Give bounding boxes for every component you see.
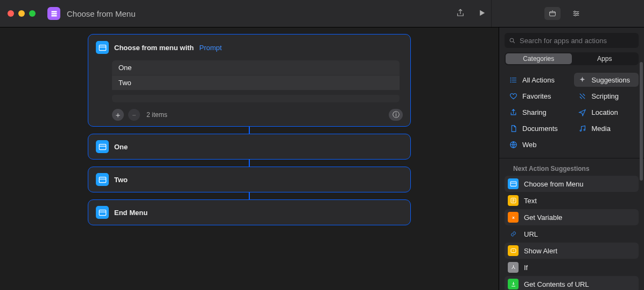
suggestion-label: Get Contents of URL [524,280,589,288]
settings-button[interactable] [568,7,584,20]
tab-apps[interactable]: Apps [572,53,638,64]
category-label: Sharing [522,108,547,116]
actions-sidebar: Search for apps and actions Categories A… [499,27,644,290]
suggestion-choose-from-menu[interactable]: Choose from Menu [505,176,639,192]
case-block-two[interactable]: Two [88,167,411,192]
suggestion-label: URL [524,230,538,238]
heart-icon [509,92,517,100]
category-sharing[interactable]: Sharing [505,105,570,119]
menu-icon [96,173,109,186]
sidebar-toolbar [491,0,636,27]
suggestion-label: Text [524,197,537,205]
category-favorites[interactable]: Favorites [505,89,570,103]
toolbar-right [456,8,487,19]
svg-point-11 [510,81,511,82]
svg-rect-7 [99,210,106,215]
svg-point-3 [575,15,576,16]
menu-icon [96,41,109,54]
svg-rect-6 [99,177,106,182]
svg-point-8 [510,38,514,42]
scrollbar-thumb[interactable] [640,62,643,181]
suggestion-get-contents-of-url[interactable]: Get Contents of URL [505,276,639,290]
svg-point-10 [510,79,511,80]
svg-point-1 [574,11,576,12]
suggestion-if[interactable]: If [505,259,639,275]
suggestions-header: Next Action Suggestions [499,158,644,176]
svg-rect-5 [99,144,106,149]
connector-line [249,127,250,134]
prompt-parameter[interactable]: Prompt [199,44,222,52]
info-button[interactable]: ⓘ [389,109,403,121]
search-input[interactable]: Search for apps and actions [505,33,639,48]
category-web[interactable]: Web [505,137,570,151]
suggestion-get-variable[interactable]: xGet Variable [505,209,639,225]
category-label: Documents [522,125,558,133]
titlebar: Choose from Menu [0,0,644,27]
case-block-one[interactable]: One [88,134,411,160]
suggestion-show-alert[interactable]: Show Alert [505,243,639,259]
suggestion-label: If [524,264,528,272]
x-icon: x [508,212,519,223]
category-label: Suggestions [592,76,631,84]
menu-item-row[interactable]: One [112,60,400,75]
case-label: Two [114,176,128,184]
suggestion-label: Get Variable [524,213,562,222]
zoom-window-button[interactable] [29,10,36,17]
category-location[interactable]: Location [574,105,639,119]
search-icon [509,37,516,44]
minimize-window-button[interactable] [18,10,25,17]
play-icon [477,8,487,18]
category-all-actions[interactable]: All Actions [505,73,570,87]
suggestion-url[interactable]: URL [505,226,639,242]
alert-icon [508,245,519,256]
menu-icon [96,206,109,219]
share-icon [509,108,517,116]
share-button[interactable] [456,8,465,19]
category-suggestions[interactable]: Suggestions [574,73,639,87]
suggestion-label: Choose from Menu [524,180,584,188]
svg-point-9 [510,77,511,78]
text-icon [508,195,519,206]
shortcut-app-icon [47,7,60,20]
action-title: Choose from menu with [114,44,194,52]
menu-icon [508,178,519,189]
category-grid: All ActionsSuggestionsFavoritesScripting… [499,71,644,158]
category-label: Scripting [592,92,619,100]
run-button[interactable] [477,8,487,19]
bolt-icon [578,92,587,100]
end-label: End Menu [114,209,148,217]
category-scripting[interactable]: Scripting [574,89,639,103]
remove-item-button[interactable]: － [128,109,140,121]
category-documents[interactable]: Documents [505,121,570,135]
add-item-button[interactable]: ＋ [112,109,124,121]
svg-rect-4 [99,45,106,50]
link-icon [508,229,519,239]
close-window-button[interactable] [8,10,14,17]
nav-icon [578,108,587,116]
window-title: Choose from Menu [67,9,451,18]
connector-line [249,160,250,167]
tab-categories[interactable]: Categories [506,53,572,64]
segmented-control: Categories Apps [505,52,639,65]
menu-item-row[interactable]: Two [112,75,400,91]
action-choose-from-menu[interactable]: Choose from menu with Prompt One Two ＋ －… [88,34,411,127]
music-icon [578,124,587,133]
end-menu-block[interactable]: End Menu [88,199,411,225]
svg-text:x: x [512,215,515,220]
share-icon [456,8,465,18]
menu-icon [96,140,109,153]
workflow-canvas[interactable]: Choose from menu with Prompt One Two ＋ －… [0,27,499,290]
branch-icon [508,262,519,273]
svg-rect-15 [510,182,516,187]
item-count: 2 items [146,111,167,119]
category-label: All Actions [522,76,555,84]
globe-icon [509,140,517,149]
category-media[interactable]: Media [574,121,639,135]
svg-point-2 [577,13,578,15]
search-placeholder: Search for apps and actions [520,37,607,45]
library-button[interactable] [544,7,561,20]
suggestion-text[interactable]: Text [505,192,639,209]
suggestion-label: Show Alert [524,247,557,255]
category-label: Media [592,125,611,133]
svg-point-12 [580,130,582,132]
